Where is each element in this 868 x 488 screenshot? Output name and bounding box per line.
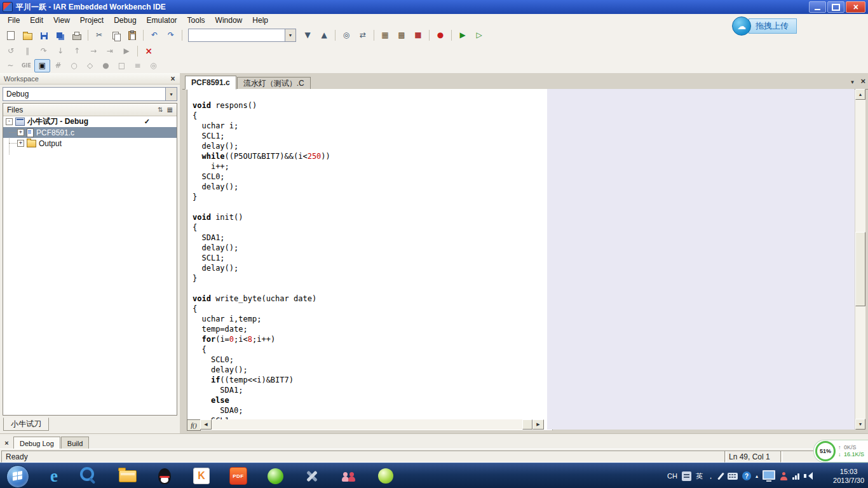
menu-debug[interactable]: Debug [109,15,141,26]
menu-view[interactable]: View [48,15,75,26]
ime-icon[interactable] [682,471,691,481]
close-button[interactable]: × [846,1,865,13]
maximize-button[interactable] [827,1,844,13]
expand-icon[interactable]: + [17,140,24,147]
print-button[interactable] [69,27,85,43]
redo-button[interactable]: ↷ [163,27,179,43]
configuration-dropdown-icon[interactable] [165,88,177,100]
qq-taskbar-button[interactable] [146,464,183,488]
stop-debugging-button[interactable]: × [140,43,157,58]
menu-project[interactable]: Project [75,15,109,26]
system-tool-taskbar-button[interactable] [294,464,330,488]
stop-build-button[interactable]: ■ [410,27,426,43]
emulator-tool-5[interactable]: ○ [66,59,82,72]
cut-button[interactable]: ✂ [91,27,107,43]
scroll-up-button[interactable] [855,89,865,100]
save-button[interactable] [36,27,52,43]
compile-button[interactable]: ▩ [393,27,410,43]
emulator-mode-button[interactable]: ▣ [34,59,50,72]
ime-pen-icon[interactable] [717,472,724,480]
step-into-button[interactable]: ↓ [52,43,69,58]
workspace-close-button[interactable] [168,74,177,83]
ime-mode-indicator[interactable]: 英 [696,471,703,481]
ime-keyboard-icon[interactable] [728,473,738,480]
ime-punct-indicator[interactable]: ， [707,471,714,481]
editor-tab-pcf8591[interactable]: PCF8591.c [185,76,236,90]
search-tool-taskbar-button[interactable] [72,464,109,488]
emulator-tool-7[interactable]: ● [98,59,114,72]
find-combobox[interactable] [188,29,296,42]
run-to-cursor-button[interactable]: ⇥ [102,43,118,58]
paste-button[interactable] [124,27,140,43]
log-tab-build[interactable]: Build [61,437,89,449]
tab-list-dropdown-icon[interactable] [850,77,855,86]
toggle-breakpoint-button[interactable]: ● [432,27,449,43]
messenger-icon[interactable] [780,472,788,480]
taskbar-clock[interactable]: 15:03 2013/7/30 [833,467,864,485]
network-monitor-widget[interactable]: 51% ↑0K/S ↓16.1K/S [813,440,868,463]
scroll-down-button[interactable] [855,419,865,430]
cloud-upload-icon[interactable]: ☁ [732,17,751,36]
wps-taskbar-button[interactable]: K [183,464,220,488]
find-in-files-button[interactable]: ◎ [338,27,355,43]
find-previous-button[interactable]: ▲ [316,27,332,43]
ime-lang-indicator[interactable]: CH [667,472,677,480]
collapse-icon[interactable]: - [6,118,13,125]
minimize-button[interactable] [809,1,826,13]
debug-without-downloading-button[interactable]: ▷ [471,27,487,43]
step-out-button[interactable]: ↑ [69,43,85,58]
emulator-settings-button[interactable]: ~ [3,59,18,72]
open-file-button[interactable] [19,27,36,43]
pdf-reader-taskbar-button[interactable]: PDF [220,464,257,488]
tree-item-output[interactable]: +Output [3,138,177,149]
menu-file[interactable]: File [3,15,25,26]
menu-tools[interactable]: Tools [182,15,210,26]
code-editor[interactable]: void respons(){ uchar i; SCL1; delay(); … [187,89,553,430]
expand-icon[interactable]: + [17,129,24,136]
emulator-tool-8[interactable]: □ [114,59,130,72]
upload-overlay[interactable]: ☁ 拖拽上传 [732,18,797,34]
emulator-tool-4[interactable]: # [50,59,66,72]
menu-help[interactable]: Help [247,15,273,26]
upload-badge-label[interactable]: 拖拽上传 [749,18,797,34]
help-icon[interactable] [742,471,751,480]
break-button[interactable]: ∥ [19,43,36,58]
workspace-bottom-tab[interactable]: 小牛试刀 [3,417,49,431]
menu-emulator[interactable]: Emulator [142,15,182,26]
reset-button[interactable]: ↺ [3,43,19,58]
start-button[interactable] [6,465,29,488]
function-list-button[interactable]: f() [187,419,201,431]
menu-edit[interactable]: Edit [25,15,48,26]
emulator-tool-6[interactable]: ◇ [82,59,98,72]
step-over-button[interactable]: ↷ [36,43,52,58]
download-and-debug-button[interactable]: ▶ [454,27,471,43]
scroll-left-button[interactable] [200,419,212,430]
vertical-scroll-thumb[interactable] [855,232,865,306]
find-next-button[interactable]: ▼ [299,27,316,43]
filter-files-icon[interactable]: ▦ [167,106,173,113]
next-statement-button[interactable]: → [85,43,102,58]
volume-icon[interactable] [804,472,813,480]
tree-item-project[interactable]: -小牛试刀 - Debug✓ [3,116,177,127]
make-button[interactable]: ▦ [377,27,393,43]
menu-window[interactable]: Window [210,15,248,26]
ie-taskbar-button[interactable]: e [36,464,72,488]
combo-dropdown-icon[interactable] [285,29,295,41]
contacts-taskbar-button[interactable] [330,464,367,488]
go-button[interactable]: ▶ [118,43,135,58]
emulator-tool-9[interactable]: ≡ [130,59,146,72]
tree-item-pcf8591-c[interactable]: +PCF8591.c [3,127,177,138]
log-panel-close-button[interactable] [3,438,11,447]
horizontal-scroll-thumb[interactable] [522,419,532,430]
emulator-tool-10[interactable]: ◎ [146,59,161,72]
replace-button[interactable]: ⇄ [355,27,371,43]
security-taskbar-button[interactable] [367,464,404,488]
scroll-right-button[interactable] [532,419,544,430]
editor-tab-liushuideng[interactable]: 流水灯（测试）.C [237,77,311,89]
sort-files-icon[interactable]: ⇅ [158,106,163,113]
configuration-selector[interactable]: Debug [3,87,177,101]
gie-button[interactable]: GIE [18,59,34,72]
file-explorer-taskbar-button[interactable] [109,464,146,488]
log-tab-debug-log[interactable]: Debug Log [13,437,60,449]
display-icon[interactable] [763,470,775,480]
